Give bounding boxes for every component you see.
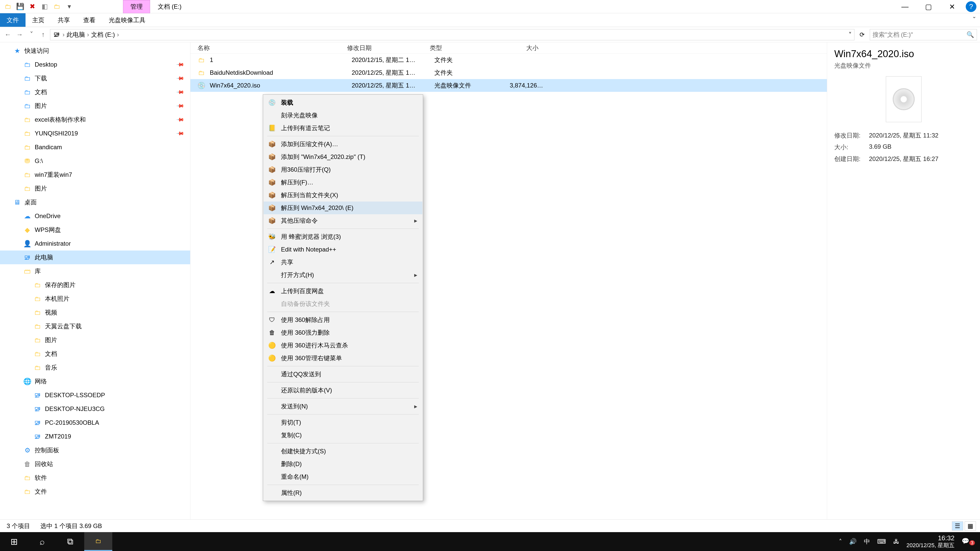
contextual-tab-manage[interactable]: 管理 [123, 0, 150, 13]
nav-item[interactable]: ★快速访问 [0, 44, 190, 58]
nav-item[interactable]: 🖳DESKTOP-NJEU3CG [0, 402, 190, 416]
menu-item[interactable]: 还原以前的版本(V) [264, 384, 422, 397]
search-input[interactable]: 搜索"文档 (E:)" 🔍 [870, 29, 977, 40]
nav-up-button[interactable]: ↑ [38, 30, 48, 40]
menu-item[interactable]: 📦添加到 "Win7x64_2020.zip" (T) [264, 151, 422, 163]
qat-dropdown-icon[interactable]: ▾ [65, 3, 73, 11]
nav-item[interactable]: 🗃库 [0, 264, 190, 278]
nav-item[interactable]: 🗀文件 [0, 485, 190, 499]
col-type[interactable]: 类型 [430, 44, 499, 52]
context-menu[interactable]: 💿装载刻录光盘映像📒上传到有道云笔记📦添加到压缩文件(A)…📦添加到 "Win7… [263, 94, 423, 501]
col-modified[interactable]: 修改日期 [347, 44, 430, 52]
crumb-documents-e[interactable]: 文档 (E:) [91, 30, 115, 39]
ribbon-tab-disc-tools[interactable]: 光盘映像工具 [102, 13, 152, 27]
nav-item[interactable]: 🗀文档 [0, 347, 190, 361]
search-icon[interactable]: 🔍 [966, 31, 974, 38]
save-icon[interactable]: 💾 [16, 3, 24, 11]
nav-item[interactable]: 🗀excel表格制作求和📌 [0, 113, 190, 127]
nav-item[interactable]: ◆WPS网盘 [0, 223, 190, 237]
menu-item[interactable]: 📦添加到压缩文件(A)… [264, 138, 422, 151]
network-icon[interactable]: 🖧 [893, 538, 899, 545]
nav-item[interactable]: 🗀音乐 [0, 361, 190, 375]
chevron-right-icon[interactable]: › [87, 31, 89, 38]
menu-item[interactable]: 刻录光盘映像 [264, 109, 422, 122]
menu-item[interactable]: 📦解压到 Win7x64_2020\ (E) [264, 202, 422, 214]
nav-item[interactable]: 🗀软件 [0, 471, 190, 485]
folder-icon[interactable]: 🗀 [4, 3, 12, 11]
taskbar-clock[interactable]: 16:32 2020/12/25, 星期五 [907, 534, 955, 548]
refresh-button[interactable]: ⟳ [856, 31, 868, 38]
menu-item[interactable]: 🛡使用 360解除占用 [264, 313, 422, 326]
ribbon-tab-file[interactable]: 文件 [0, 13, 25, 27]
nav-item[interactable]: 🗀Desktop📌 [0, 58, 190, 71]
nav-item[interactable]: 🗀图片 [0, 333, 190, 347]
menu-item[interactable]: 属性(R) [264, 486, 422, 499]
nav-item[interactable]: 🗀视频 [0, 306, 190, 319]
file-row[interactable]: 💿Win7x64_2020.iso2020/12/25, 星期五 1…光盘映像文… [190, 79, 827, 92]
menu-item[interactable]: 📦解压到当前文件夹(X) [264, 189, 422, 202]
file-row[interactable]: 🗀BaiduNetdiskDownload2020/12/25, 星期五 1…文… [190, 66, 827, 79]
nav-forward-button[interactable]: → [15, 30, 24, 40]
menu-item[interactable]: 📝Edit with Notepad++ [264, 243, 422, 256]
menu-item[interactable]: 发送到(N)▸ [264, 400, 422, 413]
menu-item[interactable]: 📒上传到有道云笔记 [264, 122, 422, 135]
menu-item[interactable]: 🗑使用 360强力删除 [264, 326, 422, 339]
file-row[interactable]: 🗀12020/12/15, 星期二 1…文件夹 [190, 54, 827, 66]
nav-item[interactable]: 🗀文档📌 [0, 85, 190, 99]
menu-item[interactable]: 💿装载 [264, 96, 422, 109]
delete-x-icon[interactable]: ✖ [29, 3, 36, 11]
new-folder-icon[interactable]: 🗀 [53, 3, 61, 11]
help-icon[interactable]: ? [966, 1, 977, 12]
nav-item[interactable]: 🗀win7重装win7 [0, 168, 190, 182]
start-button[interactable]: ⊞ [0, 532, 28, 551]
volume-icon[interactable]: 🔊 [849, 538, 857, 545]
nav-item[interactable]: 🖳此电脑 [0, 251, 190, 264]
menu-item[interactable]: 🟡使用 360管理右键菜单 [264, 352, 422, 365]
minimize-button[interactable]: — [893, 0, 917, 13]
menu-item[interactable]: 📦用360压缩打开(Q) [264, 163, 422, 176]
column-headers[interactable]: 名称 修改日期 类型 大小 [190, 42, 827, 54]
chevron-right-icon[interactable]: › [117, 31, 119, 38]
menu-item[interactable]: 复制(C) [264, 429, 422, 441]
ribbon-tab-view[interactable]: 查看 [76, 13, 102, 27]
menu-item[interactable]: ↗共享 [264, 256, 422, 268]
nav-item[interactable]: 🖳PC-20190530OBLA [0, 416, 190, 430]
menu-item[interactable]: ☁上传到百度网盘 [264, 285, 422, 297]
ribbon-tab-share[interactable]: 共享 [51, 13, 76, 27]
nav-item[interactable]: 🌐网络 [0, 375, 190, 388]
ime-mode-icon[interactable]: ⌨ [877, 538, 886, 545]
nav-item[interactable]: ⚙控制面板 [0, 443, 190, 457]
nav-item[interactable]: 🗀图片📌 [0, 99, 190, 113]
nav-item[interactable]: 🖳ZMT2019 [0, 430, 190, 443]
task-view-button[interactable]: ⧉ [56, 532, 84, 551]
ribbon-tab-home[interactable]: 主页 [25, 13, 51, 27]
col-size[interactable]: 大小 [499, 44, 542, 52]
maximize-button[interactable]: ▢ [917, 0, 940, 13]
nav-item[interactable]: 🗀YUNQISHI2019📌 [0, 127, 190, 140]
nav-item[interactable]: 🗀Bandicam [0, 140, 190, 154]
menu-item[interactable]: 🐝用 蜂蜜浏览器 浏览(3) [264, 230, 422, 243]
navigation-pane[interactable]: ★快速访问🗀Desktop📌🗀下载📌🗀文档📌🗀图片📌🗀excel表格制作求和📌🗀… [0, 42, 190, 519]
taskbar-explorer[interactable]: 🗀 [84, 532, 112, 551]
view-thumbnails-button[interactable]: ▦ [965, 521, 976, 530]
properties-icon[interactable]: ◧ [41, 3, 48, 11]
menu-item[interactable]: 📦其他压缩命令▸ [264, 214, 422, 227]
menu-item[interactable]: 剪切(T) [264, 416, 422, 429]
nav-item[interactable]: ⛃G:\ [0, 154, 190, 168]
address-dropdown-icon[interactable]: ˅ [849, 31, 852, 38]
tray-overflow-icon[interactable]: ˄ [839, 538, 842, 545]
chevron-right-icon[interactable]: › [62, 31, 65, 38]
search-button[interactable]: ⌕ [28, 532, 56, 551]
menu-item[interactable]: 打开方式(H)▸ [264, 268, 422, 281]
nav-item[interactable]: 👤Administrator [0, 237, 190, 251]
menu-item[interactable]: 通过QQ发送到 [264, 368, 422, 381]
menu-item[interactable]: 创建快捷方式(S) [264, 445, 422, 457]
nav-item[interactable]: 🗀本机照片 [0, 292, 190, 306]
nav-item[interactable]: 🖳DESKTOP-LSSOEDP [0, 388, 190, 402]
taskbar[interactable]: ⊞ ⌕ ⧉ 🗀 ˄ 🔊 中 ⌨ 🖧 16:32 2020/12/25, 星期五 … [0, 532, 980, 551]
menu-item[interactable]: 📦解压到(F)… [264, 176, 422, 189]
nav-item[interactable]: 🗀图片 [0, 182, 190, 195]
nav-item[interactable]: 🖥桌面 [0, 195, 190, 209]
nav-item[interactable]: ☁OneDrive [0, 209, 190, 223]
crumb-this-pc[interactable]: 此电脑 [67, 30, 85, 39]
